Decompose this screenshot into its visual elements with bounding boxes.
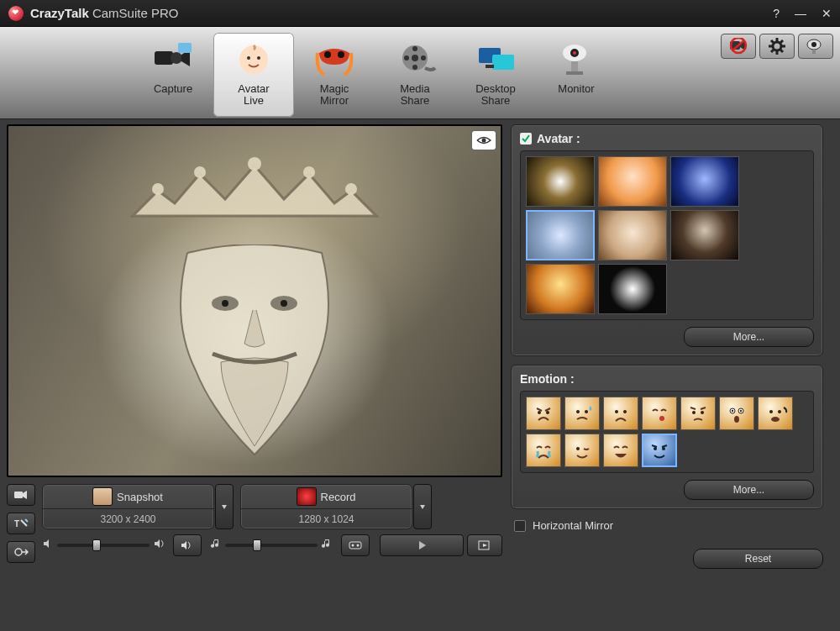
- avatar-more-button[interactable]: More...: [684, 327, 814, 347]
- mode-magic-mirror-label: Magic Mirror: [320, 83, 349, 108]
- main-area: T Snapshot 3200 x 2400: [0, 119, 840, 631]
- brand-light: CamSuite: [92, 6, 151, 20]
- svg-point-27: [773, 42, 781, 50]
- mode-capture[interactable]: Capture: [133, 33, 213, 117]
- svg-point-73: [732, 410, 733, 412]
- snapshot-options-button[interactable]: [215, 484, 234, 529]
- emotion-cry[interactable]: [526, 434, 561, 467]
- avatar-thumb-4[interactable]: [526, 210, 595, 260]
- horizontal-mirror-checkbox[interactable]: [514, 520, 526, 532]
- emotion-sad[interactable]: [603, 397, 638, 430]
- avatar-thumb-5[interactable]: [598, 210, 667, 260]
- svg-point-41: [248, 157, 261, 171]
- music-loud-icon: [321, 538, 333, 553]
- emotion-kiss[interactable]: [642, 397, 677, 430]
- svg-point-68: [659, 416, 664, 421]
- emotion-header: Emotion :: [520, 372, 575, 386]
- svg-point-70: [701, 411, 704, 414]
- mode-media-share-label: Media Share: [400, 83, 429, 108]
- play-button[interactable]: [380, 534, 464, 556]
- record-panel: Record 1280 x 1024: [240, 484, 412, 529]
- mode-avatar-live[interactable]: Avatar Live: [213, 33, 294, 117]
- record-label[interactable]: Record: [321, 491, 356, 503]
- avatar-thumb-1[interactable]: [526, 156, 595, 207]
- svg-point-10: [412, 55, 418, 61]
- face-outline-icon: [154, 245, 355, 463]
- mute-speaker-button[interactable]: [173, 534, 202, 556]
- music-mute-button[interactable]: [341, 534, 370, 556]
- svg-point-74: [740, 410, 742, 412]
- camera-source-button[interactable]: [798, 34, 833, 59]
- svg-line-35: [771, 50, 774, 52]
- emotion-sweat[interactable]: [564, 397, 600, 430]
- record-options-button[interactable]: [413, 484, 432, 529]
- avatar-thumb-2[interactable]: [598, 156, 667, 207]
- reset-button[interactable]: Reset: [693, 549, 823, 569]
- emotion-wink[interactable]: [564, 434, 600, 467]
- svg-point-63: [546, 411, 549, 414]
- help-button[interactable]: ?: [773, 7, 780, 20]
- music-volume-slider[interactable]: [210, 538, 333, 553]
- svg-point-12: [421, 55, 426, 60]
- mic-quiet-icon: [42, 538, 54, 553]
- auto-face-track-button[interactable]: [7, 541, 35, 563]
- settings-button[interactable]: [759, 34, 795, 59]
- avatar-enabled-checkbox[interactable]: [520, 133, 532, 145]
- playlist-button[interactable]: [467, 534, 502, 556]
- emotion-angry[interactable]: [526, 397, 561, 430]
- minimize-button[interactable]: —: [795, 7, 806, 20]
- svg-line-32: [771, 40, 774, 43]
- mic-volume-slider[interactable]: [42, 538, 165, 553]
- text-effect-button[interactable]: T: [7, 513, 35, 534]
- camera-toggle-button[interactable]: [7, 484, 35, 506]
- record-resolution: 1280 x 1024: [241, 508, 412, 528]
- svg-point-61: [531, 401, 556, 426]
- emotion-surprised[interactable]: [719, 397, 754, 430]
- emotion-more-button[interactable]: More...: [684, 480, 814, 500]
- mode-media-share[interactable]: Media Share: [375, 33, 455, 117]
- svg-text:T: T: [14, 519, 19, 528]
- emotion-worried[interactable]: [680, 397, 716, 430]
- svg-line-34: [780, 40, 783, 43]
- avatar-thumb-7[interactable]: [526, 264, 595, 314]
- emotion-cool[interactable]: [642, 434, 677, 467]
- svg-point-79: [576, 447, 580, 450]
- mode-toolbar: Capture Avatar Live Magic Mirror Media S…: [0, 27, 840, 119]
- close-button[interactable]: ✕: [822, 7, 832, 20]
- svg-rect-21: [571, 61, 578, 71]
- music-note-icon: [210, 538, 222, 553]
- avatar-thumb-8[interactable]: [598, 264, 667, 314]
- title-bar: CrazyTalk CamSuite PRO ? — ✕: [0, 0, 840, 27]
- snapshot-label[interactable]: Snapshot: [117, 491, 163, 503]
- svg-rect-16: [492, 55, 514, 70]
- svg-point-46: [222, 300, 228, 307]
- film-reel-icon: [390, 38, 440, 80]
- svg-point-6: [257, 56, 260, 60]
- svg-point-57: [357, 544, 360, 547]
- svg-rect-17: [486, 65, 494, 68]
- avatar-header: Avatar :: [537, 132, 580, 145]
- svg-point-43: [345, 183, 357, 195]
- svg-point-56: [352, 544, 354, 547]
- brand-edition: PRO: [151, 6, 179, 20]
- mic-loud-icon: [153, 538, 165, 553]
- mode-capture-label: Capture: [154, 83, 192, 96]
- emotion-talk[interactable]: [758, 397, 793, 430]
- avatar-thumb-3[interactable]: [670, 156, 739, 207]
- mask-icon: [309, 38, 360, 80]
- emotion-laugh[interactable]: [603, 434, 638, 467]
- mode-avatar-live-label: Avatar Live: [238, 83, 269, 108]
- svg-marker-50: [23, 491, 27, 499]
- svg-point-52: [15, 549, 22, 555]
- svg-point-14: [404, 55, 409, 60]
- svg-point-67: [623, 410, 627, 413]
- mode-desktop-share[interactable]: Desktop Share: [455, 33, 536, 117]
- no-webcam-button[interactable]: [721, 34, 756, 59]
- toggle-visibility-button[interactable]: [472, 131, 496, 150]
- svg-point-76: [769, 410, 773, 413]
- mode-magic-mirror[interactable]: Magic Mirror: [294, 33, 375, 117]
- mode-monitor[interactable]: Monitor: [536, 33, 617, 117]
- svg-rect-22: [566, 71, 583, 75]
- svg-marker-58: [419, 541, 426, 549]
- avatar-thumb-6[interactable]: [670, 210, 739, 260]
